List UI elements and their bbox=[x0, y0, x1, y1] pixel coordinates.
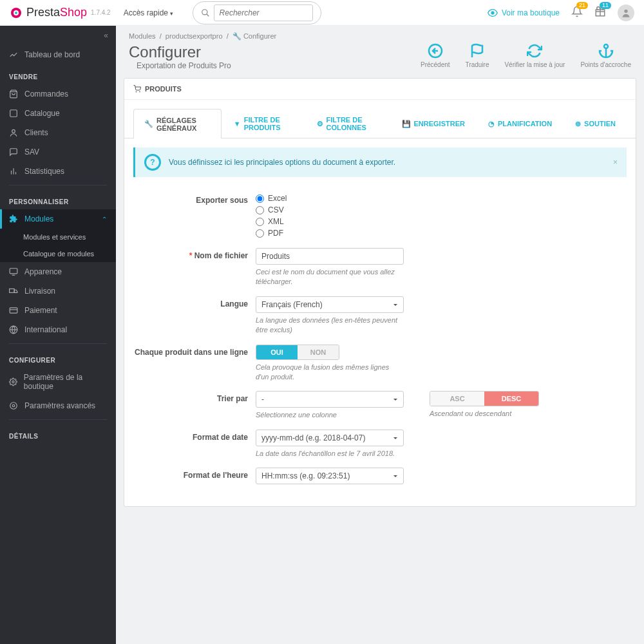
tab-schedule[interactable]: ◔PLANIFICATION bbox=[477, 109, 563, 138]
time-fmt-select[interactable]: HH:mm:ss (e.g. 09:23:51) bbox=[256, 468, 404, 484]
sidebar-international[interactable]: International bbox=[0, 320, 116, 339]
tab-general[interactable]: 🔧RÉGLAGES GÉNÉRAUX bbox=[133, 109, 222, 138]
sort-help: Sélectionnez une colonne bbox=[256, 410, 404, 420]
system-notifs[interactable]: 21 bbox=[571, 6, 583, 19]
refresh-icon bbox=[527, 43, 542, 59]
bc-modules[interactable]: Modules bbox=[129, 32, 156, 40]
brand-logo[interactable]: PrestaShop 1.7.4.2 bbox=[10, 6, 111, 19]
notif-badge-2: 11 bbox=[600, 2, 611, 9]
back-icon bbox=[428, 43, 443, 59]
bar-icon bbox=[9, 167, 18, 176]
sort-asc[interactable]: ASC bbox=[430, 392, 484, 406]
radio-excel[interactable]: Excel bbox=[256, 193, 404, 204]
svg-point-5 bbox=[491, 12, 494, 14]
section-improve: PERSONNALISER bbox=[0, 189, 116, 209]
sidebar-shop-params[interactable]: Paramètres de la boutique bbox=[0, 368, 116, 396]
brand-text-2: Shop bbox=[60, 6, 87, 19]
filename-input[interactable] bbox=[256, 248, 404, 265]
user-avatar[interactable] bbox=[618, 5, 634, 21]
one-row-help: Cela provoque la fusion des mêmes lignes… bbox=[256, 363, 404, 383]
radio-xml[interactable]: XML bbox=[256, 216, 404, 227]
sort-select[interactable]: - bbox=[256, 391, 404, 408]
main-panel: PRODUITS 🔧RÉGLAGES GÉNÉRAUX ▼FILTRE DE P… bbox=[124, 78, 636, 507]
sidebar-modules-services[interactable]: Modules et services bbox=[0, 229, 116, 245]
sidebar-orders[interactable]: Commandes bbox=[0, 84, 116, 104]
sliders-icon bbox=[9, 401, 18, 410]
sort-desc[interactable]: DESC bbox=[484, 392, 538, 406]
sidebar-customers[interactable]: Clients bbox=[0, 123, 116, 142]
tab-product-filter[interactable]: ▼FILTRE DE PRODUITS bbox=[223, 109, 305, 138]
chat-icon bbox=[9, 147, 18, 156]
sliders-icon: ⚙ bbox=[317, 120, 323, 128]
search-box[interactable] bbox=[193, 1, 321, 24]
svg-line-4 bbox=[206, 14, 209, 16]
sidebar-advanced[interactable]: Paramètres avancés bbox=[0, 396, 116, 415]
radio-pdf[interactable]: PDF bbox=[256, 227, 404, 239]
section-details: DÉTAILS bbox=[0, 424, 116, 444]
tab-save[interactable]: 💾ENREGISTRER bbox=[391, 109, 476, 138]
trend-icon bbox=[9, 50, 18, 59]
svg-point-2 bbox=[15, 12, 17, 14]
info-text: Vous définissez ici les principales opti… bbox=[169, 158, 395, 167]
bc-module-name[interactable]: productsexportpro bbox=[166, 32, 223, 40]
sidebar-collapse[interactable]: « bbox=[0, 26, 116, 45]
page-subtitle: Exportation de Produits Pro bbox=[129, 61, 231, 70]
notif-badge-1: 21 bbox=[576, 2, 588, 9]
label-time-fmt: Format de l'heure bbox=[133, 468, 256, 480]
svg-rect-8 bbox=[10, 110, 17, 117]
flag-icon bbox=[469, 43, 485, 59]
action-back[interactable]: Précédent bbox=[421, 43, 450, 68]
date-fmt-help: La date dans l'échantillon est le 7 avri… bbox=[256, 449, 404, 459]
sort-dir-help: Ascendant ou descendant bbox=[430, 409, 539, 419]
sidebar-catalog[interactable]: Catalogue bbox=[0, 104, 116, 123]
switch-no[interactable]: NON bbox=[298, 345, 339, 359]
language-select[interactable]: Français (French) bbox=[256, 296, 404, 313]
svg-rect-15 bbox=[10, 289, 15, 293]
sidebar-modules[interactable]: Modules⌃ bbox=[0, 209, 116, 229]
gear-icon bbox=[9, 377, 17, 386]
info-close[interactable]: × bbox=[613, 158, 618, 167]
one-row-switch[interactable]: OUI NON bbox=[256, 345, 339, 360]
filename-help: Ceci est le nom du document que vous all… bbox=[256, 267, 404, 287]
save-icon: 💾 bbox=[402, 120, 411, 128]
view-shop-link[interactable]: Voir ma boutique bbox=[488, 8, 560, 18]
action-translate[interactable]: Traduire bbox=[466, 43, 489, 68]
date-fmt-select[interactable]: yyyy-mm-dd (e.g. 2018-04-07) bbox=[256, 430, 404, 446]
label-filename: * Nom de fichier bbox=[133, 248, 256, 260]
sidebar-dashboard[interactable]: Tableau de bord bbox=[0, 45, 116, 64]
svg-point-7 bbox=[624, 9, 627, 12]
search-icon bbox=[201, 8, 210, 17]
tab-bar: 🔧RÉGLAGES GÉNÉRAUX ▼FILTRE DE PRODUITS ⚙… bbox=[124, 109, 636, 138]
svg-rect-13 bbox=[10, 269, 17, 274]
action-check-update[interactable]: Vérifier la mise à jour bbox=[504, 43, 565, 68]
sidebar-modules-catalog[interactable]: Catalogue de modules bbox=[0, 245, 116, 262]
chevron-up-icon: ⌃ bbox=[102, 216, 107, 223]
action-hooks[interactable]: Points d'accroche bbox=[580, 43, 631, 68]
sidebar-sav[interactable]: SAV bbox=[0, 142, 116, 162]
label-date-fmt: Format de date bbox=[133, 430, 256, 442]
eye-icon bbox=[488, 8, 498, 18]
label-language: Langue bbox=[133, 296, 256, 308]
sort-direction[interactable]: ASC DESC bbox=[430, 391, 539, 406]
svg-point-28 bbox=[140, 91, 140, 92]
help-icon: ⊕ bbox=[575, 120, 581, 128]
svg-point-21 bbox=[12, 404, 15, 407]
user-icon bbox=[621, 8, 631, 18]
tab-column-filter[interactable]: ⚙FILTRE DE COLONNES bbox=[306, 109, 390, 138]
sidebar-design[interactable]: Apparence bbox=[0, 262, 116, 281]
sidebar-payment[interactable]: Paiement bbox=[0, 301, 116, 320]
sidebar-shipping[interactable]: Livraison bbox=[0, 281, 116, 301]
switch-yes[interactable]: OUI bbox=[256, 345, 298, 359]
card-icon bbox=[9, 306, 18, 315]
cart-notifs[interactable]: 11 bbox=[594, 6, 606, 19]
brand-text-1: Presta bbox=[26, 6, 60, 19]
search-input[interactable] bbox=[214, 5, 313, 21]
radio-csv[interactable]: CSV bbox=[256, 204, 404, 216]
clock-icon: ◔ bbox=[488, 120, 495, 128]
tab-support[interactable]: ⊕SOUTIEN bbox=[564, 109, 627, 138]
truck-icon bbox=[9, 287, 18, 296]
tag-icon bbox=[9, 109, 18, 118]
sidebar-stats[interactable]: Statistiques bbox=[0, 162, 116, 181]
svg-point-27 bbox=[136, 91, 137, 92]
quick-access-menu[interactable]: Accès rapide bbox=[124, 8, 173, 17]
